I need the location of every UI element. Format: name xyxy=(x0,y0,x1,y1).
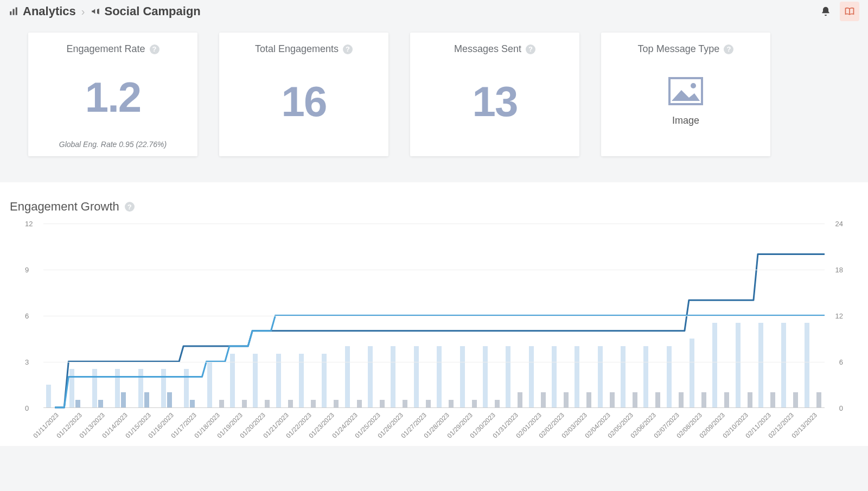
help-icon[interactable]: ? xyxy=(150,44,159,54)
y-tick-right: 12 xyxy=(835,312,843,320)
chevron-right-icon: › xyxy=(81,5,85,18)
kpi-cards: Engagement Rate ? 1.2 Global Eng. Rate 0… xyxy=(0,23,868,182)
kpi-title: Engagement Rate xyxy=(66,43,145,55)
kpi-card-title-row: Messages Sent ? xyxy=(454,43,535,55)
kpi-card-top-message-type: Top Message Type ? Image xyxy=(601,33,770,156)
svg-rect-0 xyxy=(10,11,11,15)
breadcrumb-social-campaign[interactable]: Social Campaign xyxy=(91,4,201,18)
kpi-card-total-engagements: Total Engagements ? 16 xyxy=(219,33,388,156)
line-engagements_cum xyxy=(55,254,825,408)
chart-title: Engagement Growth xyxy=(10,200,119,214)
kpi-card-title-row: Top Message Type ? xyxy=(638,43,734,55)
y-tick-right: 18 xyxy=(835,266,843,274)
kpi-card-title-row: Total Engagements ? xyxy=(255,43,353,55)
y-tick-left: 3 xyxy=(25,358,29,366)
chart: 00366129181224 01/11/202301/12/202301/13… xyxy=(43,224,825,446)
notifications-button[interactable] xyxy=(816,2,835,21)
help-icon[interactable]: ? xyxy=(724,44,733,54)
kpi-subtitle: Global Eng. Rate 0.95 (22.76%) xyxy=(59,140,167,149)
breadcrumb-analytics[interactable]: Analytics xyxy=(9,4,76,18)
megaphone-icon xyxy=(91,7,100,16)
y-tick-left: 9 xyxy=(25,266,29,274)
kpi-title: Top Message Type xyxy=(638,43,720,55)
kpi-value: 1.2 xyxy=(85,55,141,140)
breadcrumb: Analytics › Social Campaign xyxy=(9,4,201,18)
kpi-title: Total Engagements xyxy=(255,43,339,55)
kpi-card-messages-sent: Messages Sent ? 13 xyxy=(410,33,579,156)
kpi-card-engagement-rate: Engagement Rate ? 1.2 Global Eng. Rate 0… xyxy=(28,33,197,156)
y-tick-left: 12 xyxy=(25,220,33,228)
svg-rect-1 xyxy=(13,9,15,15)
topbar-actions xyxy=(816,2,859,21)
kpi-icon-area: Image xyxy=(668,55,703,149)
breadcrumb-label: Social Campaign xyxy=(105,4,201,18)
bell-icon xyxy=(820,6,831,17)
kpi-value: 16 xyxy=(282,55,327,149)
y-tick-left: 6 xyxy=(25,312,29,320)
y-tick-right: 24 xyxy=(835,220,843,228)
plot-area: 00366129181224 xyxy=(43,224,825,408)
kpi-value: 13 xyxy=(473,55,518,149)
x-axis: 01/11/202301/12/202301/13/202301/14/2023… xyxy=(43,408,825,446)
docs-button[interactable] xyxy=(840,2,859,21)
y-tick-right: 6 xyxy=(839,358,843,366)
bar-chart-icon xyxy=(9,7,18,16)
y-tick-right: 0 xyxy=(839,404,843,412)
chart-title-row: Engagement Growth ? xyxy=(9,200,859,214)
kpi-card-title-row: Engagement Rate ? xyxy=(66,43,159,55)
topbar: Analytics › Social Campaign xyxy=(0,0,868,23)
help-icon[interactable]: ? xyxy=(125,202,135,212)
svg-point-4 xyxy=(691,83,696,88)
book-open-icon xyxy=(844,6,855,17)
help-icon[interactable]: ? xyxy=(343,44,353,54)
svg-rect-2 xyxy=(16,8,17,15)
kpi-title: Messages Sent xyxy=(454,43,521,55)
help-icon[interactable]: ? xyxy=(526,44,535,54)
image-icon xyxy=(668,77,703,105)
chart-section: Engagement Growth ? 00366129181224 01/11… xyxy=(0,182,868,446)
kpi-icon-label: Image xyxy=(672,115,699,126)
y-tick-left: 0 xyxy=(25,404,29,412)
breadcrumb-label: Analytics xyxy=(23,4,76,18)
